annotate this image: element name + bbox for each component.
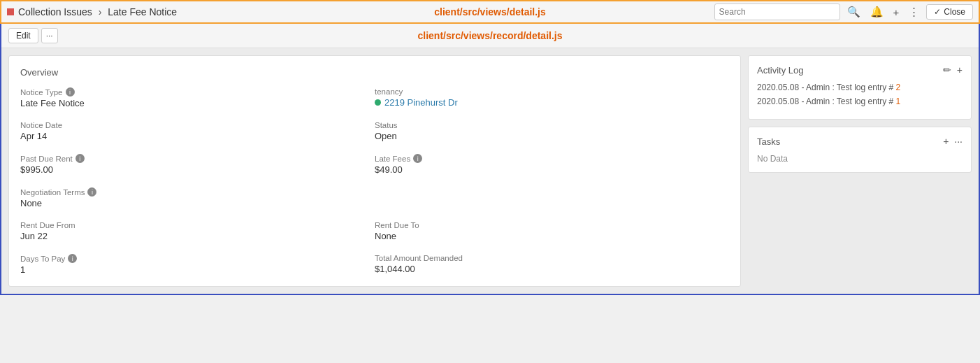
field-notice-date: Notice Date Apr 14	[20, 121, 375, 141]
tenancy-label: tenancy	[375, 87, 729, 96]
activity-log-header: Activity Log ✏ +	[757, 64, 963, 76]
field-past-due-rent: Past Due Rent i $995.00	[20, 154, 375, 175]
status-value: Open	[375, 131, 729, 141]
tasks-title: Tasks	[757, 136, 780, 147]
detail-panel: Overview Notice Type i Late Fee Notice t…	[8, 55, 741, 287]
days-to-pay-info-icon[interactable]: i	[68, 254, 77, 263]
notice-type-label: Notice Type i	[20, 87, 375, 97]
field-negotiation-terms: Negotiation Terms i None	[20, 187, 375, 208]
status-label: Status	[375, 121, 729, 129]
tenancy-dot	[375, 99, 381, 106]
breadcrumb-sep: ›	[99, 6, 102, 17]
negotiation-terms-value: None	[20, 198, 375, 208]
field-rent-due-from: Rent Due From Jun 22	[20, 221, 375, 241]
top-bar: Collection Issues › Late Fee Notice clie…	[0, 0, 980, 24]
rent-due-to-label: Rent Due To	[375, 221, 729, 229]
notice-type-value: Late Fee Notice	[20, 98, 375, 108]
late-fees-value: $49.00	[375, 164, 729, 175]
rent-due-from-label: Rent Due From	[20, 221, 375, 229]
brand-indicator	[7, 8, 14, 15]
late-fees-label: Late Fees i	[375, 154, 729, 163]
activity-log-add-icon[interactable]: +	[957, 64, 963, 76]
breadcrumb: Collection Issues › Late Fee Notice	[18, 6, 177, 17]
tasks-icons: + ···	[943, 136, 963, 147]
bell-icon-button[interactable]: 🔔	[867, 4, 886, 20]
right-panels: Activity Log ✏ + 2020.05.08 - Admin : Te…	[748, 55, 972, 287]
negotiation-terms-label: Negotiation Terms i	[20, 187, 375, 197]
total-amount-value: $1,044.00	[375, 264, 729, 274]
tasks-header: Tasks + ···	[757, 136, 963, 147]
field-notice-type: Notice Type i Late Fee Notice	[20, 87, 375, 108]
more-options-button[interactable]: ···	[41, 28, 58, 43]
activity-log-title: Activity Log	[757, 65, 803, 76]
past-due-rent-label: Past Due Rent i	[20, 154, 375, 163]
late-fees-info-icon[interactable]: i	[413, 154, 422, 163]
fields-grid: Notice Type i Late Fee Notice tenancy 22…	[20, 87, 729, 275]
tasks-no-data: No Data	[757, 154, 963, 164]
negotiation-terms-info-icon[interactable]: i	[87, 187, 96, 197]
notice-date-value: Apr 14	[20, 131, 375, 141]
close-label: Close	[944, 7, 965, 17]
activity-entry-1: 2020.05.08 - Admin : Test log entry # 2	[757, 83, 963, 92]
breadcrumb-area: Collection Issues › Late Fee Notice	[7, 6, 177, 17]
topbar-actions: 🔍 🔔 + ⋮ ✓ Close	[714, 3, 973, 20]
topbar-file-path: client/src/views/detail.js	[434, 6, 546, 17]
tasks-more-icon[interactable]: ···	[954, 136, 963, 147]
search-icon-button[interactable]: 🔍	[844, 4, 863, 20]
activity-log-icons: ✏ +	[943, 64, 963, 76]
field-late-fees: Late Fees i $49.00	[375, 154, 729, 175]
past-due-rent-info-icon[interactable]: i	[75, 154, 85, 163]
days-to-pay-label: Days To Pay i	[20, 254, 375, 263]
rent-due-from-value: Jun 22	[20, 231, 375, 241]
main-container: Edit ··· client/src/views/record/detail.…	[0, 24, 980, 295]
plus-icon-button[interactable]: +	[891, 5, 902, 20]
checkmark-icon: ✓	[934, 7, 941, 17]
breadcrumb-current: Late Fee Notice	[108, 6, 177, 17]
tasks-panel: Tasks + ··· No Data	[748, 127, 972, 173]
activity-entry-2: 2020.05.08 - Admin : Test log entry # 1	[757, 97, 963, 106]
field-total-amount: Total Amount Demanded $1,044.00	[375, 254, 729, 275]
toolbar-file-path: client/src/views/record/detail.js	[418, 30, 563, 41]
field-rent-due-to: Rent Due To None	[375, 221, 729, 241]
breadcrumb-parent[interactable]: Collection Issues	[18, 6, 92, 17]
notice-type-info-icon[interactable]: i	[66, 87, 75, 97]
activity-log-edit-icon[interactable]: ✏	[943, 64, 951, 76]
days-to-pay-value: 1	[20, 264, 375, 275]
tasks-add-icon[interactable]: +	[943, 136, 949, 147]
past-due-rent-value: $995.00	[20, 164, 375, 175]
main-content: Overview Notice Type i Late Fee Notice t…	[1, 48, 979, 294]
field-empty	[375, 187, 729, 208]
menu-icon-button[interactable]: ⋮	[906, 4, 922, 20]
rent-due-to-value: None	[375, 231, 729, 241]
activity-log-panel: Activity Log ✏ + 2020.05.08 - Admin : Te…	[748, 55, 972, 120]
notice-date-label: Notice Date	[20, 121, 375, 129]
field-tenancy: tenancy 2219 Pinehurst Dr	[375, 87, 729, 108]
record-toolbar: Edit ··· client/src/views/record/detail.…	[1, 24, 979, 48]
tenancy-value[interactable]: 2219 Pinehurst Dr	[375, 97, 729, 108]
edit-button[interactable]: Edit	[8, 28, 38, 43]
search-input[interactable]	[714, 3, 840, 20]
field-days-to-pay: Days To Pay i 1	[20, 254, 375, 275]
section-overview-title: Overview	[20, 67, 729, 78]
total-amount-label: Total Amount Demanded	[375, 254, 729, 262]
close-button[interactable]: ✓ Close	[926, 4, 973, 20]
field-status: Status Open	[375, 121, 729, 141]
